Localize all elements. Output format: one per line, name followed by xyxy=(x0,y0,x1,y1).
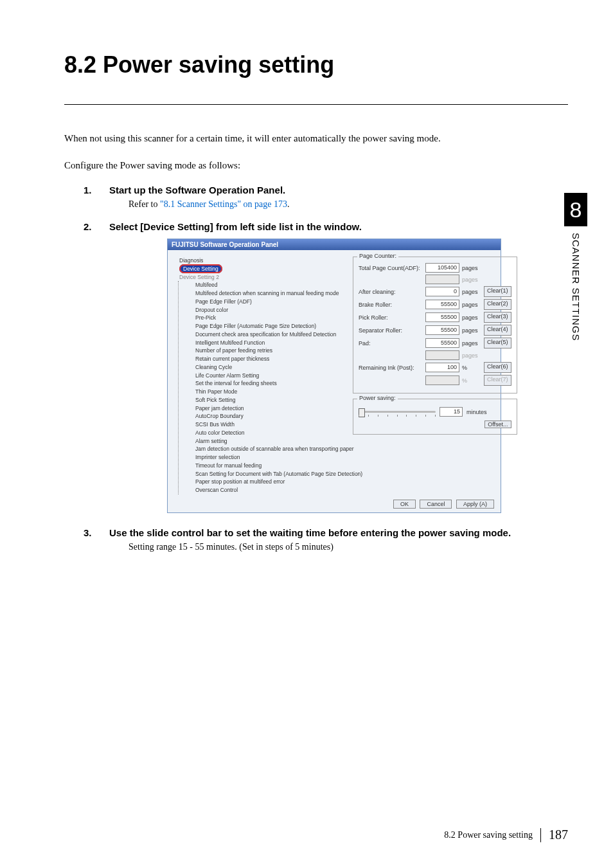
tree-item[interactable]: Number of paper feeding retries xyxy=(190,347,348,355)
clear-button[interactable]: Clear(2) xyxy=(484,299,511,310)
step-1-sub-a: Refer to xyxy=(129,199,160,209)
counter-unit: pages xyxy=(462,276,481,283)
intro-2: Configure the Power saving mode as follo… xyxy=(64,158,568,173)
ok-button[interactable]: OK xyxy=(393,500,416,509)
clear-button[interactable]: Clear(4) xyxy=(484,325,511,336)
step-3-sub: Setting range 15 - 55 minutes. (Set in s… xyxy=(129,542,568,552)
divider xyxy=(64,104,568,105)
counter-unit: pages xyxy=(462,352,481,359)
counter-label: Total Page Count(ADF): xyxy=(359,265,423,271)
counter-unit: pages xyxy=(462,289,481,295)
step-2-title: Select [Device Setting] from left side l… xyxy=(109,221,362,232)
clear-button[interactable]: Clear(1) xyxy=(484,286,511,297)
tree-item[interactable]: Paper jam detection xyxy=(190,404,348,413)
step-3-num: 3. xyxy=(84,527,109,538)
tree-item[interactable]: Multifeed detection when scanning in man… xyxy=(190,289,348,298)
tree-item[interactable]: Thin Paper Mode xyxy=(190,388,348,396)
step-1-sub-b: . xyxy=(287,199,290,209)
counter-unit: % xyxy=(462,365,481,371)
tree-device-setting[interactable]: Device Setting xyxy=(174,265,222,273)
clear-button[interactable]: Clear(3) xyxy=(484,312,511,323)
right-pane: Page Counter: Total Page Count(ADF):1054… xyxy=(353,257,517,494)
offset-button[interactable]: Offset... xyxy=(484,420,511,428)
counter-value: 55500 xyxy=(425,338,459,348)
counter-unit: pages xyxy=(462,265,481,271)
counter-label: Pick Roller: xyxy=(359,314,423,321)
tree-item[interactable]: Scan Setting for Document with Tab (Auto… xyxy=(190,470,348,478)
counter-row: pages xyxy=(359,275,511,284)
power-unit: minutes xyxy=(466,409,487,415)
tree-root[interactable]: Diagnosis xyxy=(174,257,348,265)
tree-item[interactable]: Document check area specification for Mu… xyxy=(190,330,348,339)
step-1-sub: Refer to "8.1 Scanner Settings" on page … xyxy=(129,199,568,210)
chapter-badge: 8 xyxy=(564,193,587,226)
tree-item[interactable]: Jam detection outside of scannable area … xyxy=(190,445,348,453)
tree-view[interactable]: Diagnosis Device Setting Device Setting … xyxy=(174,257,348,494)
tree-item[interactable]: Retain current paper thickness xyxy=(190,355,348,363)
counter-unit: pages xyxy=(462,314,481,321)
counter-row: Brake Roller:55500pagesClear(2) xyxy=(359,299,511,310)
counter-value: 100 xyxy=(425,363,459,372)
tree-item[interactable]: Imprinter selection xyxy=(190,453,348,462)
tree-item[interactable]: Pre-Pick xyxy=(190,314,348,322)
tree-item[interactable]: AutoCrop Boundary xyxy=(190,412,348,420)
power-saving-title: Power saving: xyxy=(357,395,398,401)
tree-item[interactable]: Timeout for manual feeding xyxy=(190,462,348,470)
step-1-num: 1. xyxy=(84,185,109,195)
apply-button[interactable]: Apply (A) xyxy=(456,500,494,509)
tree-item[interactable]: Paper stop position at multifeed error xyxy=(190,478,348,486)
tree-item[interactable]: Cleaning Cycle xyxy=(190,363,348,372)
tree-item[interactable]: Life Counter Alarm Setting xyxy=(190,372,348,380)
counter-row: Total Page Count(ADF):105400pages xyxy=(359,263,511,273)
tree-item[interactable]: Multifeed xyxy=(190,281,348,289)
clear-button[interactable]: Clear(5) xyxy=(484,338,511,348)
tree-item[interactable]: Auto color Detection xyxy=(190,429,348,437)
step-3-title: Use the slide control bar to set the wai… xyxy=(109,527,511,538)
counter-label: Separator Roller: xyxy=(359,327,423,334)
tree-item[interactable]: Intelligent Multifeed Function xyxy=(190,339,348,347)
counter-value xyxy=(425,375,459,385)
tree-group[interactable]: Device Setting 2 xyxy=(174,273,348,282)
counter-value: 55500 xyxy=(425,325,459,335)
counter-row: After cleaning:0pagesClear(1) xyxy=(359,286,511,297)
counter-value xyxy=(425,275,459,284)
footer-divider xyxy=(540,828,541,842)
page-counter-title: Page Counter: xyxy=(357,253,398,259)
tree-item[interactable]: SCSI Bus Width xyxy=(190,420,348,429)
counter-row: pages xyxy=(359,350,511,360)
counter-row: Remaining Ink (Post):100%Clear(6) xyxy=(359,362,511,373)
counter-row: Separator Roller:55500pagesClear(4) xyxy=(359,325,511,336)
cancel-button[interactable]: Cancel xyxy=(420,500,452,509)
tree-item[interactable]: Page Edge Filler (Automatic Page Size De… xyxy=(190,322,348,330)
counter-value: 55500 xyxy=(425,300,459,309)
counter-label: After cleaning: xyxy=(359,289,423,295)
page-number: 187 xyxy=(549,827,568,842)
counter-value: 105400 xyxy=(425,263,459,273)
page-counter-group: Page Counter: Total Page Count(ADF):1054… xyxy=(353,257,517,393)
counter-label: Brake Roller: xyxy=(359,302,423,308)
counter-row: Pick Roller:55500pagesClear(3) xyxy=(359,312,511,323)
clear-button: Clear(7) xyxy=(484,375,511,386)
tree-item[interactable]: Alarm setting xyxy=(190,437,348,446)
power-slider[interactable] xyxy=(359,411,436,413)
tree-item[interactable]: Soft Pick Setting xyxy=(190,396,348,404)
link-scanner-settings[interactable]: "8.1 Scanner Settings" on page 173 xyxy=(160,199,287,209)
counter-unit: pages xyxy=(462,327,481,334)
counter-row: %Clear(7) xyxy=(359,375,511,386)
counter-unit: pages xyxy=(462,302,481,308)
power-saving-group: Power saving: 15 minutes Offset... xyxy=(353,399,517,435)
tree-item[interactable]: Dropout color xyxy=(190,306,348,314)
counter-unit: % xyxy=(462,377,481,384)
power-value: 15 xyxy=(440,407,463,417)
tree-item[interactable]: Set the interval for feeding sheets xyxy=(190,379,348,388)
tree-item[interactable]: Overscan Control xyxy=(190,486,348,494)
tree-item[interactable]: Page Edge Filler (ADF) xyxy=(190,298,348,306)
footer-section: 8.2 Power saving setting xyxy=(444,830,533,840)
counter-label: Pad: xyxy=(359,340,423,347)
clear-button[interactable]: Clear(6) xyxy=(484,362,511,373)
app-window: FUJITSU Software Operation Panel Diagnos… xyxy=(167,239,501,513)
step-2-num: 2. xyxy=(84,221,109,232)
counter-label: Remaining Ink (Post): xyxy=(359,365,423,371)
counter-value xyxy=(425,350,459,360)
intro-1: When not using this scanner for a certai… xyxy=(64,131,568,146)
